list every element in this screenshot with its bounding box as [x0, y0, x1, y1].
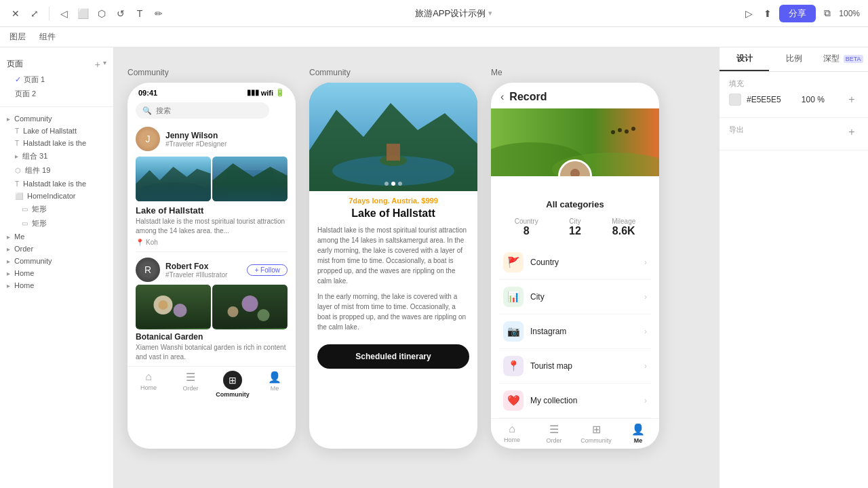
- me-layer[interactable]: ▸ Me: [0, 230, 113, 243]
- phone3-frame: ‹ Record: [491, 83, 659, 449]
- phone3-me-icon: 👤: [631, 423, 645, 436]
- country-stat-value: 8: [515, 225, 538, 237]
- text-layer-icon: T: [15, 127, 19, 135]
- order-layer[interactable]: ▸ Order: [0, 243, 113, 255]
- app-title: 旅游APP设计示例 ▾: [172, 7, 736, 20]
- menu-country[interactable]: 🚩 Country ›: [499, 245, 651, 280]
- phone3-home-icon: ⌂: [509, 423, 515, 435]
- nav-home[interactable]: ⌂ Home: [127, 371, 170, 398]
- back-tool-icon[interactable]: ◁: [56, 6, 71, 21]
- lake-svg-2: [212, 157, 288, 201]
- components-tab[interactable]: 组件: [39, 31, 56, 43]
- search-input[interactable]: [136, 102, 269, 119]
- nav-order[interactable]: ☰ Order: [170, 371, 212, 398]
- back-icon[interactable]: ‹: [500, 91, 504, 103]
- community2-layer[interactable]: ▸ Community: [0, 255, 113, 267]
- hero-dots: [384, 182, 402, 186]
- post2-desc: Xiamen Wanshi botanical garden is rich i…: [127, 343, 296, 362]
- style-tab[interactable]: 深型 BETA: [818, 47, 868, 71]
- phone3-order-label: Order: [546, 437, 561, 444]
- play-icon[interactable]: ▷: [741, 6, 756, 21]
- me-nav-label: Me: [271, 385, 279, 392]
- phone1-status-icons: ▮▮▮ wifi 🔋: [247, 88, 285, 97]
- page-1-item[interactable]: ✓ 页面 1: [0, 73, 113, 87]
- component19-layer[interactable]: ⬡ 组件 19: [0, 163, 113, 178]
- layers-tab[interactable]: 图层: [9, 31, 26, 43]
- rect1-layer[interactable]: ▭ 矩形: [0, 202, 113, 216]
- menu-tourist-map[interactable]: 📍 Tourist map ›: [499, 349, 651, 384]
- schedule-button[interactable]: Scheduled itinerary: [317, 344, 469, 369]
- nav-community[interactable]: ⊞ Community: [212, 371, 254, 398]
- phone3-hero: [491, 108, 659, 176]
- svg-point-13: [258, 309, 270, 321]
- group31-layer[interactable]: ▸ 组合 31: [0, 149, 113, 163]
- svg-point-1: [140, 182, 208, 199]
- halstadt-text2-layer[interactable]: T Halstadt lake is the: [0, 178, 113, 190]
- collection-chevron-icon: ›: [644, 396, 647, 405]
- menu-instagram[interactable]: 📷 Instagram ›: [499, 314, 651, 349]
- instagram-menu-icon: 📷: [503, 321, 524, 342]
- menu-my-collection[interactable]: ❤️ My collection ›: [499, 384, 651, 418]
- home2-layer[interactable]: ▸ Home: [0, 279, 113, 291]
- hero-lake-image: [309, 83, 477, 191]
- community-layer[interactable]: ▸ Community: [0, 113, 113, 125]
- stat-city: City 12: [569, 218, 581, 237]
- phone3-nav-order[interactable]: ☰ Order: [533, 423, 575, 444]
- export-section: 导出 +: [719, 118, 868, 150]
- undo-icon[interactable]: ↺: [113, 6, 128, 21]
- dot-2: [391, 182, 395, 186]
- lake-hallstatt-layer[interactable]: T Lake of Hallstatt: [0, 125, 113, 137]
- nav-me[interactable]: 👤 Me: [254, 371, 296, 398]
- pages-header[interactable]: 页面 + ▾: [0, 56, 113, 73]
- phone3-nav-community[interactable]: ⊞ Community: [575, 423, 617, 444]
- close-icon[interactable]: ✕: [8, 6, 23, 21]
- pen-icon[interactable]: ✏: [151, 6, 166, 21]
- halstadt-text-layer[interactable]: T Halstadt lake is the: [0, 137, 113, 149]
- phone3-nav-home[interactable]: ⌂ Home: [491, 423, 533, 444]
- component-icon[interactable]: ⬡: [94, 6, 109, 21]
- text-layer-icon2: T: [15, 140, 19, 147]
- community-nav-icon: ⊞: [229, 375, 237, 386]
- robert-avatar: R: [136, 258, 160, 282]
- add-fill-icon[interactable]: +: [845, 93, 859, 106]
- rect-icon2: ▭: [22, 220, 28, 227]
- expand-community-icon: ▸: [7, 258, 10, 265]
- phone3-order-icon: ☰: [549, 423, 559, 436]
- add-export-icon[interactable]: +: [845, 125, 859, 139]
- zoom-label: 100%: [839, 9, 860, 18]
- menu-list: 🚩 Country › 📊 City › 📷 Instagram ›: [491, 245, 659, 418]
- dropdown-arrow[interactable]: ▾: [488, 9, 492, 18]
- country-stat-label: Country: [515, 218, 538, 225]
- text-icon[interactable]: T: [132, 6, 147, 21]
- rect2-layer[interactable]: ▭ 矩形: [0, 216, 113, 230]
- phone3-label: Me: [491, 68, 659, 77]
- city-stat-label: City: [569, 218, 581, 225]
- menu-city[interactable]: 📊 City ›: [499, 280, 651, 314]
- page-2-item[interactable]: 页面 2: [0, 87, 113, 101]
- phone1-user2: R Robert Fox #Traveler #Illustrator + Fo…: [127, 255, 296, 285]
- add-page-icon[interactable]: +: [95, 59, 100, 70]
- upload-icon[interactable]: ⬆: [760, 6, 775, 21]
- country-menu-icon: 🚩: [503, 252, 524, 272]
- share-button[interactable]: 分享: [779, 5, 816, 22]
- home-indicator-layer[interactable]: ⬜ HomeIndicator: [0, 190, 113, 202]
- home1-layer[interactable]: ▸ Home: [0, 267, 113, 279]
- country-menu-label: Country: [530, 258, 644, 267]
- pages-expand-icon[interactable]: ▾: [103, 59, 106, 70]
- expand-icon[interactable]: ⤢: [27, 6, 42, 21]
- phone3-nav-me[interactable]: 👤 Me: [617, 423, 659, 444]
- stat-country: Country 8: [515, 218, 538, 237]
- frame-icon[interactable]: ⬜: [75, 6, 90, 21]
- tourist-map-chevron-icon: ›: [644, 361, 647, 371]
- prototype-tab[interactable]: 比例: [769, 47, 818, 71]
- expand-icon: ▸: [7, 115, 10, 123]
- flower-img-2: [212, 285, 288, 329]
- group-layer-icon: ▸: [15, 152, 18, 160]
- design-tab[interactable]: 设计: [719, 47, 769, 71]
- canvas: Community 09:41 ▮▮▮ wifi 🔋 🔍 🔔: [114, 47, 719, 488]
- phone1-time: 09:41: [138, 89, 157, 97]
- window-icon[interactable]: ⧉: [820, 6, 835, 21]
- follow-button[interactable]: + Follow: [247, 264, 288, 276]
- fill-color-swatch[interactable]: [729, 94, 741, 106]
- post1-location: 📍 Koh: [127, 236, 296, 249]
